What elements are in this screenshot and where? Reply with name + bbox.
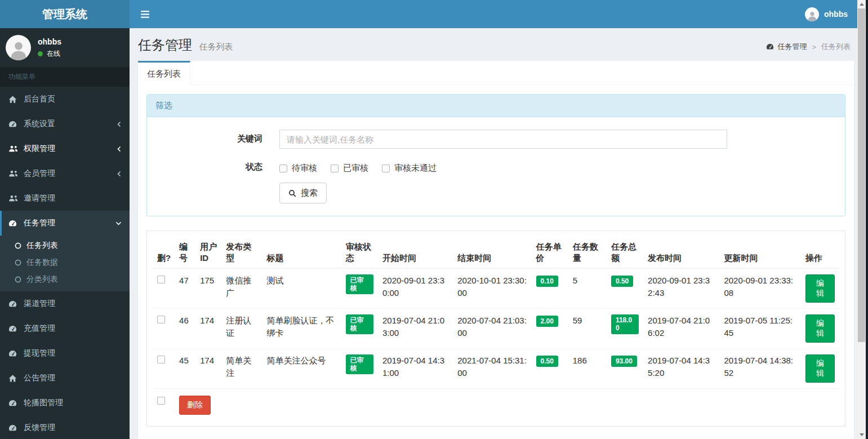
sidebar-item-announcements[interactable]: 公告管理 — [0, 366, 130, 391]
search-form-row: 搜索 — [155, 183, 836, 203]
sidebar-tasks-submenu: 任务列表 任务数据 分类列表 — [0, 236, 130, 291]
total-badge: 0.50 — [611, 276, 633, 287]
sidebar-item-system-settings[interactable]: 系统设置 — [0, 112, 130, 136]
person-icon — [807, 10, 818, 21]
chevron-left-icon — [117, 121, 122, 127]
col-update: 更新时间 — [719, 237, 800, 268]
cell-id: 47 — [175, 268, 195, 309]
sidebar-item-tasks[interactable]: 任务管理 — [0, 211, 130, 236]
status-checkbox-approved[interactable] — [331, 165, 339, 172]
sidebar-item-feedback[interactable]: 反馈管理 — [0, 415, 130, 439]
sidebar-item-label: 会员管理 — [24, 168, 55, 179]
sidebar-user-status[interactable]: 在线 — [38, 49, 61, 59]
cell-count: 5 — [568, 268, 607, 309]
content-wrapper: 任务管理 任务列表 任务管理 > 任务列表 任务列表 筛选 关键词 — [130, 28, 868, 439]
sidebar-item-home[interactable]: 后台首页 — [0, 87, 130, 112]
delete-button[interactable]: 删除 — [179, 396, 211, 415]
scrollbar-up-arrow[interactable] — [857, 0, 866, 8]
brand-logo[interactable]: 管理系统 — [0, 0, 130, 28]
tachometer-icon — [766, 43, 774, 51]
sidebar-subitem-category-list[interactable]: 分类列表 — [0, 271, 130, 288]
cell-count: 59 — [568, 309, 607, 349]
sidebar-item-recharge[interactable]: 充值管理 — [0, 316, 130, 341]
status-checkbox-pending[interactable] — [279, 165, 287, 172]
task-table-box: 删? 编号 用户ID 发布类型 标题 审核状态 开始时间 结束时间 任务单价 任… — [146, 230, 845, 427]
cell-title: 简单关注公众号 — [262, 349, 341, 389]
sidebar-item-withdrawals[interactable]: 提现管理 — [0, 341, 130, 366]
scrollbar-down-arrow[interactable] — [857, 431, 866, 439]
browser-scrollbar[interactable] — [857, 0, 866, 439]
col-price: 任务单价 — [532, 237, 568, 268]
tachometer-icon — [8, 219, 24, 228]
tabs-widget: 任务列表 筛选 关键词 状态 — [138, 61, 854, 439]
col-title: 标题 — [262, 237, 341, 268]
row-checkbox[interactable] — [157, 316, 165, 323]
sidebar-item-invites[interactable]: 邀请管理 — [0, 186, 130, 211]
search-icon — [288, 189, 296, 197]
table-footer-row: 删除 — [153, 389, 839, 421]
breadcrumb-root[interactable]: 任务管理 — [766, 42, 807, 52]
search-button-label: 搜索 — [301, 188, 318, 198]
sidebar-item-permissions[interactable]: 权限管理 — [0, 136, 130, 161]
edit-button[interactable]: 编辑 — [805, 314, 835, 343]
col-count: 任务数量 — [568, 237, 607, 268]
sidebar-item-carousel[interactable]: 轮播图管理 — [0, 391, 130, 415]
scrollbar-thumb[interactable] — [858, 8, 865, 342]
status-option-pending[interactable]: 待审核 — [279, 163, 317, 174]
edit-button[interactable]: 编辑 — [805, 354, 835, 383]
users-icon — [8, 170, 24, 178]
row-checkbox[interactable] — [157, 356, 165, 363]
col-start: 开始时间 — [378, 237, 453, 268]
tachometer-icon — [8, 120, 24, 128]
navbar-user-name: ohbbs — [824, 10, 848, 19]
tachometer-icon — [8, 399, 24, 407]
cell-title: 测试 — [262, 268, 341, 309]
cell-end: 2020-10-01 23:30:00 — [453, 268, 531, 309]
cell-start: 2020-09-01 23:30:00 — [378, 268, 453, 309]
tachometer-icon — [8, 300, 24, 308]
status-option-approved[interactable]: 已审核 — [331, 163, 368, 174]
col-delete: 删? — [153, 237, 175, 268]
spacer — [155, 183, 262, 203]
tab-task-list[interactable]: 任务列表 — [138, 61, 190, 85]
status-option-rejected[interactable]: 审核未通过 — [382, 163, 437, 174]
users-icon — [8, 194, 24, 202]
cell-type: 注册认证 — [221, 309, 262, 349]
circle-icon — [15, 276, 21, 283]
table-row: 46 174 注册认证 简单刷脸认证，不绑卡 已审核 2019-07-04 21… — [153, 309, 839, 349]
select-all-checkbox[interactable] — [157, 397, 165, 405]
cell-user-id: 174 — [195, 309, 221, 349]
sidebar-user-name: ohbbs — [38, 37, 61, 46]
cell-end: 2021-07-04 15:31:00 — [453, 349, 531, 389]
sidebar-item-label: 提现管理 — [24, 348, 55, 358]
cell-publish: 2020-09-01 23:32:43 — [643, 268, 719, 309]
sidebar-subitem-task-data[interactable]: 任务数据 — [0, 254, 130, 271]
submenu-item-label: 任务列表 — [26, 241, 58, 251]
sidebar-item-label: 任务管理 — [24, 218, 55, 228]
keyword-input[interactable] — [279, 130, 727, 149]
cell-title: 简单刷脸认证，不绑卡 — [262, 309, 341, 349]
sidebar-item-channels[interactable]: 渠道管理 — [0, 291, 130, 316]
sidebar-menu: 后台首页 系统设置 权限管理 会员管理 邀请管理 任务管理 — [0, 87, 130, 439]
col-user-id: 用户ID — [195, 237, 221, 268]
page-subtitle: 任务列表 — [199, 42, 233, 51]
cell-publish: 2019-07-04 21:06:02 — [643, 309, 719, 349]
status-form-row: 状态 待审核 已审核 审核 — [155, 158, 836, 174]
sidebar-item-label: 系统设置 — [24, 119, 55, 129]
status-checkbox-rejected[interactable] — [382, 165, 390, 172]
edit-button[interactable]: 编辑 — [805, 274, 835, 303]
row-checkbox[interactable] — [157, 276, 165, 283]
sidebar-subitem-task-list[interactable]: 任务列表 — [0, 237, 130, 254]
tachometer-icon — [8, 325, 24, 333]
search-button[interactable]: 搜索 — [279, 183, 327, 203]
sidebar-item-members[interactable]: 会员管理 — [0, 161, 130, 186]
sidebar-toggle-button[interactable] — [130, 0, 161, 28]
top-navbar: ohbbs — [130, 0, 868, 28]
tachometer-icon — [8, 424, 24, 432]
cell-count: 186 — [568, 349, 607, 389]
brand-title: 管理系统 — [42, 7, 87, 22]
home-icon — [8, 95, 24, 104]
content-header: 任务管理 任务列表 任务管理 > 任务列表 — [130, 28, 868, 59]
user-avatar — [6, 35, 31, 60]
col-total: 任务总额 — [607, 237, 643, 268]
